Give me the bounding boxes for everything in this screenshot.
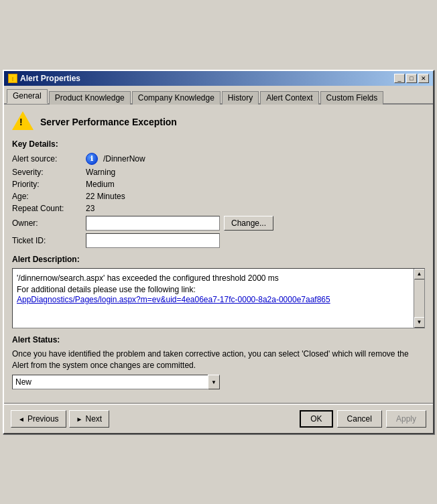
description-line2: For additional details please use the fo…: [17, 284, 408, 296]
prev-arrow-icon: ◄: [18, 416, 25, 423]
separator-line1: [4, 403, 433, 403]
repeat-count-row: Repeat Count: 23: [12, 204, 425, 213]
alert-source-value: /DinnerNow: [103, 154, 145, 164]
scroll-up-button[interactable]: ▲: [414, 269, 425, 279]
description-section: Alert Description: '/dinnernow/search.as…: [12, 255, 425, 328]
alert-source-row: Alert source: ℹ /DinnerNow: [12, 153, 425, 165]
description-line1: '/dinnernow/search.aspx' has exceeded th…: [17, 273, 408, 284]
alert-source-icon: ℹ: [86, 153, 98, 165]
tabs-bar: General Product Knowledge Company Knowle…: [4, 86, 433, 105]
description-section-label: Alert Description:: [12, 255, 425, 264]
tab-general[interactable]: General: [7, 89, 48, 104]
ticket-id-label: Ticket ID:: [12, 236, 86, 245]
title-bar: ! Alert Properties _ □ ✕: [4, 71, 433, 86]
next-button[interactable]: ► Next: [69, 410, 110, 428]
priority-row: Priority: Medium: [12, 180, 425, 189]
severity-value: Warning: [86, 168, 115, 177]
status-dropdown-wrapper: New Acknowledged Closed ▼: [12, 375, 220, 389]
scroll-track[interactable]: [414, 279, 424, 317]
tab-alert-context[interactable]: Alert Context: [260, 91, 318, 105]
previous-button[interactable]: ◄ Previous: [11, 410, 66, 428]
status-section-label: Alert Status:: [12, 335, 425, 344]
bottom-bar: ◄ Previous ► Next OK Cancel Apply: [4, 405, 433, 433]
age-value: 22 Minutes: [86, 192, 125, 201]
tab-product-knowledge[interactable]: Product Knowledge: [49, 91, 131, 105]
priority-label: Priority:: [12, 180, 86, 189]
change-button[interactable]: Change...: [224, 216, 273, 231]
apply-button[interactable]: Apply: [386, 410, 426, 428]
title-bar-title: ! Alert Properties: [8, 74, 80, 83]
description-scrollbar: ▲ ▼: [414, 269, 424, 328]
alert-header: Server Performance Exception: [12, 111, 425, 133]
ticket-id-input[interactable]: [86, 233, 220, 248]
severity-label: Severity:: [12, 168, 86, 177]
key-details-label: Key Details:: [12, 139, 425, 149]
tab-company-knowledge[interactable]: Company Knowledge: [132, 91, 221, 105]
description-box: '/dinnernow/search.aspx' has exceeded th…: [12, 268, 425, 328]
repeat-count-value: 23: [86, 204, 95, 213]
alert-title: Server Performance Exception: [40, 117, 177, 127]
key-details-section: Key Details: Alert source: ℹ /DinnerNow …: [12, 139, 425, 248]
description-link[interactable]: AppDiagnostics/Pages/login.aspx?m=ev&uid…: [17, 295, 330, 304]
nav-buttons: ◄ Previous ► Next: [11, 410, 109, 428]
minimize-button[interactable]: _: [394, 74, 405, 83]
owner-label: Owner:: [12, 218, 86, 228]
maximize-button[interactable]: □: [406, 74, 417, 83]
action-buttons: OK Cancel Apply: [300, 410, 426, 428]
status-section: Alert Status: Once you have identified t…: [12, 335, 425, 390]
scroll-down-button[interactable]: ▼: [414, 317, 425, 328]
priority-value: Medium: [86, 180, 115, 189]
ticket-id-row: Ticket ID:: [12, 233, 425, 248]
tab-history[interactable]: History: [222, 91, 259, 105]
owner-input[interactable]: [86, 216, 220, 231]
status-description: Once you have identified the problem and…: [12, 349, 425, 371]
age-row: Age: 22 Minutes: [12, 192, 425, 201]
main-content: Server Performance Exception Key Details…: [4, 105, 433, 403]
title-bar-controls: _ □ ✕: [394, 74, 429, 83]
alert-source-label: Alert source:: [12, 154, 86, 164]
owner-row: Owner: Change...: [12, 216, 425, 231]
tab-custom-fields[interactable]: Custom Fields: [320, 91, 384, 105]
age-label: Age:: [12, 192, 86, 201]
status-dropdown[interactable]: New Acknowledged Closed: [12, 375, 220, 389]
cancel-button[interactable]: Cancel: [337, 410, 382, 428]
alert-properties-window: ! Alert Properties _ □ ✕ General Product…: [3, 70, 434, 435]
severity-row: Severity: Warning: [12, 168, 425, 177]
ok-button[interactable]: OK: [300, 410, 332, 428]
next-arrow-icon: ►: [76, 416, 83, 423]
window-icon: !: [8, 74, 17, 83]
warning-icon: [12, 111, 34, 133]
repeat-count-label: Repeat Count:: [12, 204, 86, 213]
close-button[interactable]: ✕: [418, 74, 429, 83]
